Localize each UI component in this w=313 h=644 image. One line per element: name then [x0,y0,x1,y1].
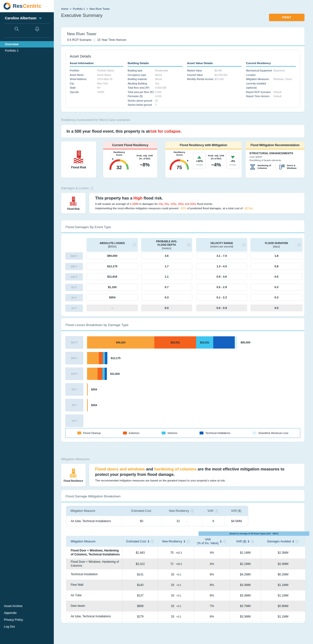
recommendation-item-label: Hardening of Columns [258,164,272,170]
sort-icon[interactable] [293,540,294,543]
door-window-icon [279,164,285,170]
info-icon[interactable]: ? [133,243,136,246]
breakdown-card: Flood Damage Mittigation Breakdown Mitig… [61,490,305,623]
info-icon[interactable]: ? [297,243,301,246]
event-table-rows: 500 Y$90,0003.63.1 - 7.01.8200 Y$12,1751… [65,252,300,309]
table-row: Flood Door + Windows, Hardening of Colum… [66,547,305,558]
table-cell: $11,816 [87,273,138,280]
column-heading: Building Details [128,62,183,66]
sidebar-item-portfolio-1[interactable]: Portfolio 1 [0,48,54,54]
sidebar-nav: OverviewPortfolio 1 [0,41,54,54]
bar-segment [105,368,107,380]
card-title: Flood Damage Mittigation Breakdown [65,494,121,498]
user-menu[interactable]: Caroline Albertson [0,12,54,20]
text-run: flood events. [196,202,213,205]
sort-icon[interactable] [248,540,249,543]
info-icon[interactable]: ? [296,540,299,543]
row-label: 500 Y [65,336,83,349]
bar-segment: $10,231 [196,336,213,348]
var-block: Prob. Adj. VAR (%. of BV) ~8% [136,154,153,168]
legend-item: Interiors [162,432,177,434]
bar-segment [235,336,237,348]
flood-building-icon [72,150,85,163]
mitigation-text-card: Flood doors and windows and hardening of… [89,464,305,486]
logo[interactable]: ResCentric [0,0,54,12]
bell-icon[interactable] [34,26,40,32]
sidebar-link[interactable]: Log Out [0,623,54,630]
legend-item: Downtime Revenue Loss [253,432,288,434]
resiliency-cell: 75+42.3 [158,547,194,558]
score-change-chip: +43% change [193,153,206,169]
table-row: Flood Door + Windows, Hardening of Colum… [66,558,305,569]
table-row: 200 Y$12,1751.71.3 - 4.50.8 [65,263,300,270]
search-icon[interactable] [14,26,19,32]
detail-row: Perimeter (ft)4,500 [128,94,183,99]
detail-row: Report RCP ScenarioDefault [246,90,296,94]
detail-value: Residential [155,68,168,73]
svg-text:32: 32 [116,164,122,170]
info-icon[interactable]: ? [191,509,194,512]
sort-icon[interactable] [148,540,149,543]
detail-value: 2 [155,103,156,107]
row-label: 100 Y [65,368,83,380]
breadcrumb-item[interactable]: Portfolio 1 [73,7,85,10]
info-icon[interactable]: ? [242,243,246,246]
detail-label: Monthly Rental Income [187,77,215,82]
measure-cell: Flood Door + Windows, Hardening of Colum… [66,559,122,569]
measure-cell: Technical Installation [66,569,122,580]
detail-label: Building type [128,68,155,73]
resiliency-gauge: 32 [108,156,131,171]
info-icon[interactable]: ? [151,540,154,543]
info-icon[interactable]: ? [90,187,94,190]
stacked-bar [87,399,88,411]
info-icon[interactable]: ? [251,540,254,543]
damages-headline: This property has a High flood risk. [95,195,299,201]
bar-segment [87,399,88,411]
detail-label: Report Time Horizon [246,94,273,99]
var-cell: 8 [202,516,224,526]
row-label: 20 Y [65,399,83,412]
resiliency-gauge: 75 [168,156,191,171]
sort-icon[interactable] [220,540,222,543]
breadcrumb-separator: > [70,7,71,10]
info-icon[interactable]: ? [223,540,226,543]
resiliency-cell: 33+0.1 [158,590,194,601]
column-icon [249,164,256,170]
detail-label: Asset Name [70,73,97,77]
table-cell: 0.0 - 0.9 [196,304,247,311]
chart-row: 200 Y$12,175 [65,352,300,364]
table-cell: 0.3 [250,294,303,301]
sidebar-item-overview[interactable]: Overview [0,41,54,48]
breadcrumb-item[interactable]: Home [61,7,68,10]
info-icon[interactable]: ? [215,509,218,512]
chart-row: 100 Y$11,816 [65,368,300,380]
asset-details-column: Current ResiliencyMechanical Equipment L… [246,62,296,107]
breadcrumb-item[interactable]: New River Tower [89,7,110,10]
banner-risk-text: risk for collapse. [149,129,181,134]
text-run: Flood doors and windows [95,467,145,471]
sidebar-link[interactable]: Appendix [0,610,54,616]
mitigation-options-table: Mitigation MeasureEstimated Cost?New Res… [66,536,306,622]
measure-cell: Air Tube [66,590,122,601]
rcp-scenario: 4.5 RCP Scenario [67,38,91,42]
detail-row: PortfolioPortfolio Name [70,68,123,73]
info-icon[interactable]: ? [187,540,190,543]
sort-icon[interactable] [184,540,185,543]
damages-avoided-cell: $1.1MM [261,590,305,601]
mitigated-resiliency-card: Flood Resiliency with Mittigation Resili… [165,142,242,178]
text-run: flood risk. [142,196,163,200]
delta-value: - [186,520,187,523]
row-label: 200 Y [65,263,83,270]
measure-cell: Flood Door + Windows, Hardening of Colum… [66,547,122,558]
var-usd-cell: $2.1MM [230,547,261,558]
table-row: Air tube, Technical Installations$27933+… [66,611,305,622]
detail-value: 5,000,000 [155,86,167,90]
info-icon[interactable]: ? [187,243,191,246]
stacked-bar: $40,324$25,031$10,231 [87,336,237,348]
table-cell: 3.1 - 7.0 [196,252,247,259]
row-label: 20 Y [65,294,83,301]
print-button[interactable]: PRINT [269,14,305,21]
worst-case-banner: In a 500 year flood event, this property… [61,125,305,138]
sidebar-link[interactable]: Asset Archive [0,603,54,610]
sidebar-link[interactable]: Privacy Policy [0,616,54,623]
